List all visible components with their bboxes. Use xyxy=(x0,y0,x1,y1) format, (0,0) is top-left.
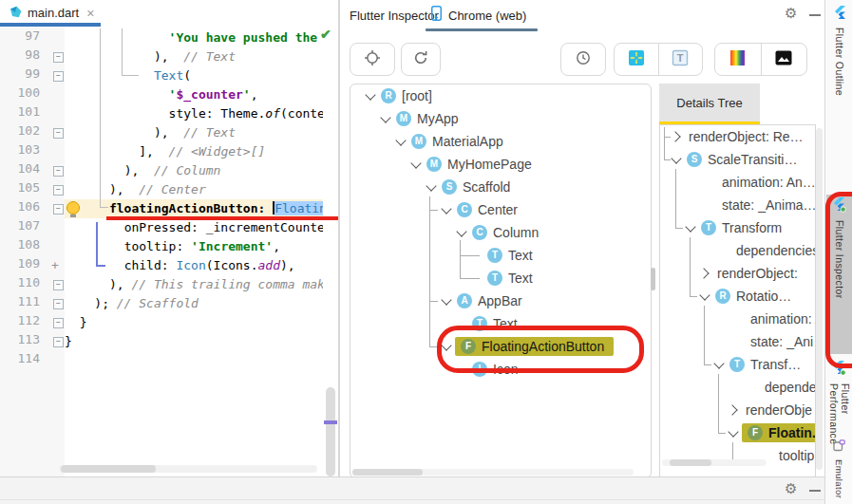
details-node-renderobjectre[interactable]: renderObject: Re… xyxy=(660,125,816,148)
details-node-scaletransiti[interactable]: SScaleTransiti… xyxy=(660,148,816,171)
widget-tree-node-myapp[interactable]: MMyApp xyxy=(350,107,652,130)
details-node-animationan[interactable]: animation: An… xyxy=(660,171,816,194)
code-token xyxy=(65,277,109,291)
details-node-animationa[interactable]: animation: A xyxy=(660,308,816,330)
class-badge: R xyxy=(381,88,396,103)
refresh-tree-button[interactable] xyxy=(402,44,440,75)
show-baselines-button[interactable]: T xyxy=(658,44,703,75)
details-node-transform[interactable]: TTransform xyxy=(660,216,816,239)
code-line-text: floatingActionButton: FloatingActio xyxy=(65,199,323,218)
expand-chevron-icon[interactable] xyxy=(727,406,740,414)
code-line: ), // Center xyxy=(0,180,323,199)
editor-horizontal-scrollbar[interactable] xyxy=(61,465,156,473)
expand-chevron-icon[interactable] xyxy=(712,363,726,367)
code-token: tooltip: xyxy=(124,239,191,253)
expand-chevron-icon[interactable] xyxy=(670,158,683,162)
node-label: Text xyxy=(508,248,533,263)
expand-chevron-icon[interactable] xyxy=(440,299,453,304)
details-node-transf[interactable]: TTransf… xyxy=(660,353,816,376)
node-label: MyApp xyxy=(417,111,459,126)
debug-paint-button[interactable] xyxy=(615,44,658,75)
expand-chevron-icon[interactable] xyxy=(379,117,392,121)
details-node-floatin[interactable]: FFloatin.. xyxy=(660,421,816,444)
code-line: ), // Text xyxy=(0,47,323,66)
expand-chevron-icon[interactable] xyxy=(425,185,438,190)
widget-tree-vertical-scrollbar[interactable] xyxy=(651,268,655,290)
expand-chevron-icon[interactable] xyxy=(394,140,407,144)
slow-animations-button[interactable] xyxy=(561,44,605,75)
code-token: ), xyxy=(109,182,139,196)
class-badge: T xyxy=(487,271,502,286)
expand-chevron-icon[interactable] xyxy=(698,270,711,277)
details-node-stateani[interactable]: state: _Ani… xyxy=(660,330,816,353)
expand-chevron-icon[interactable] xyxy=(440,208,453,213)
code-area[interactable]: 'You have pushed the button ), // Text T… xyxy=(0,27,338,476)
details-node-dependencies[interactable]: dependencies: xyxy=(660,239,816,262)
class-badge: M xyxy=(411,134,426,149)
highlight-oversized-images-button[interactable] xyxy=(761,44,807,75)
details-tree[interactable]: renderObject: Re…SScaleTransiti…animatio… xyxy=(659,124,816,478)
expand-chevron-icon[interactable] xyxy=(364,94,377,99)
widget-tree-node-root[interactable]: R[root] xyxy=(350,84,652,107)
code-line: child: Icon(Icons.add), xyxy=(0,256,323,275)
widget-tree-node-text[interactable]: TText xyxy=(350,267,652,289)
widget-tree[interactable]: R[root]MMyAppMMaterialAppMMyHomePageSSca… xyxy=(350,84,652,478)
details-horizontal-scrollbar[interactable] xyxy=(670,459,711,466)
select-widget-mode-button[interactable] xyxy=(350,44,394,75)
node-label: MaterialApp xyxy=(432,134,503,149)
code-line: '$_counter', xyxy=(0,85,323,104)
expand-chevron-icon[interactable] xyxy=(684,226,697,231)
repaint-rainbow-button[interactable] xyxy=(715,44,761,75)
bottom-minimize-icon[interactable] xyxy=(809,490,821,492)
inspector-panel-title: Flutter Inspector xyxy=(350,9,439,23)
tool-tab-flutter-outline[interactable]: Flutter Outline xyxy=(825,6,852,96)
details-node-rotatio[interactable]: RRotatio… xyxy=(660,285,816,308)
expand-chevron-icon[interactable] xyxy=(409,162,423,167)
expand-chevron-icon[interactable] xyxy=(670,133,683,140)
editor-panel: main.dart × 9798−99−100101102−103104−105… xyxy=(0,0,338,476)
select-widget-mode-icon xyxy=(364,49,381,70)
widget-tree-node-text[interactable]: TText xyxy=(350,244,652,267)
details-vertical-scrollbar[interactable] xyxy=(816,128,823,470)
code-line: tooltip: 'Increment', xyxy=(0,237,323,256)
tab-close-icon[interactable]: × xyxy=(86,6,94,21)
expand-chevron-icon[interactable] xyxy=(698,294,711,299)
widget-tree-node-center[interactable]: CCenter xyxy=(350,198,652,221)
details-node-renderobject[interactable]: renderObject: xyxy=(660,262,816,285)
bottom-tool-bar: ⚙ xyxy=(0,476,824,504)
widget-tree-horizontal-scrollbar[interactable] xyxy=(352,469,423,476)
code-editor[interactable]: 9798−99−100101102−103104−105−106−1071081… xyxy=(0,27,338,476)
widget-tree-node-myhomepage[interactable]: MMyHomePage xyxy=(350,153,652,176)
widget-tree-node-appbar[interactable]: AAppBar xyxy=(350,289,652,312)
code-token xyxy=(65,315,80,329)
tool-tab-emulator[interactable]: Emulator xyxy=(825,439,852,498)
widget-tree-node-scaffold[interactable]: SScaffold xyxy=(350,176,652,198)
code-token: , xyxy=(251,87,258,102)
code-token: of xyxy=(265,106,280,121)
widget-tree-node-materialapp[interactable]: MMaterialApp xyxy=(350,130,652,153)
expand-chevron-icon[interactable] xyxy=(455,231,468,235)
node-label: renderObje xyxy=(746,402,812,418)
inspector-settings-gear-icon[interactable]: ⚙ xyxy=(785,5,797,22)
code-line: onPressed: _incrementCounter, xyxy=(0,218,323,237)
inspector-minimize-icon[interactable] xyxy=(809,14,821,16)
details-node-renderobje[interactable]: renderObje xyxy=(660,399,816,421)
device-tab-chrome-web[interactable]: Chrome (web) xyxy=(431,6,526,25)
outline-guide-line xyxy=(96,222,98,266)
editor-vertical-scrollbar[interactable] xyxy=(326,387,335,476)
details-node-dependenc[interactable]: dependenc xyxy=(660,376,816,399)
highlight-oversized-images-icon xyxy=(775,50,792,69)
code-token: ], xyxy=(139,144,168,159)
node-label: Rotatio… xyxy=(736,289,791,304)
tool-tab-flutter-performance[interactable]: Flutter Performance xyxy=(825,361,852,446)
details-node-stateanima[interactable]: state: _Anima… xyxy=(660,194,816,216)
expand-chevron-icon[interactable] xyxy=(727,431,740,436)
code-token: // Text xyxy=(183,49,236,64)
widget-tree-node-column[interactable]: CColumn xyxy=(350,221,652,244)
node-label: renderObject: Re… xyxy=(689,129,804,144)
bottom-settings-gear-icon[interactable]: ⚙ xyxy=(785,480,797,497)
intention-bulb-icon[interactable] xyxy=(66,201,80,215)
editor-tab-main-dart[interactable]: main.dart × xyxy=(0,0,104,26)
tab-details-tree[interactable]: Details Tree xyxy=(659,84,760,121)
node-label: Scaffold xyxy=(463,179,510,195)
